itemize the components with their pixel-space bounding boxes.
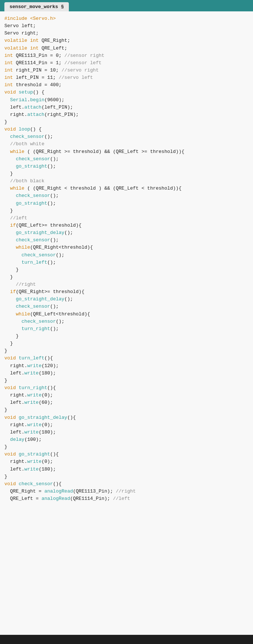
- code-token: ( (QRE_Right >= threshold) && (QRE_Left …: [25, 148, 185, 155]
- code-line: while(QRE_Right<threshold){: [0, 244, 253, 251]
- code-line: left.attach(left_PIN);: [0, 104, 253, 111]
- code-token: (0);: [41, 421, 53, 429]
- code-token: right_PIN = 10;: [13, 67, 62, 74]
- code-line: while ( (QRE_Right < threshold ) && (QRE…: [0, 185, 253, 192]
- code-token: turn_right: [19, 384, 47, 392]
- code-token: }: [4, 443, 7, 451]
- code-line: volatile int QRE_Right;: [0, 37, 253, 44]
- code-token: check_sensor: [22, 252, 56, 259]
- code-token: }: [4, 333, 19, 340]
- code-token: .: [27, 96, 30, 104]
- code-line: Servo left;: [0, 22, 253, 30]
- code-token: delay: [10, 436, 25, 443]
- code-token: //sensor left: [64, 59, 101, 67]
- code-token: (QRE1114_Pin);: [70, 495, 113, 502]
- code-token: check_sensor: [16, 237, 50, 244]
- code-token: write: [27, 392, 41, 399]
- code-token: [4, 133, 10, 140]
- code-line: go_straight_delay();: [0, 229, 253, 237]
- code-token: left.: [4, 429, 25, 436]
- code-token: volatile: [4, 37, 27, 44]
- code-token: QRE_Left =: [4, 495, 41, 502]
- code-token: write: [25, 399, 39, 406]
- code-line: go_straight_delay();: [0, 296, 253, 303]
- code-token: //both white: [10, 140, 45, 148]
- code-token: QRE_Right;: [39, 37, 70, 44]
- code-line: go_straight();: [0, 163, 253, 170]
- code-line: check_sensor();: [0, 155, 253, 163]
- code-line: //left: [0, 215, 253, 222]
- code-token: [4, 215, 10, 222]
- code-token: ();: [64, 229, 73, 237]
- code-token: [4, 303, 16, 310]
- code-token: (120);: [41, 362, 59, 370]
- code-token: (QRE1113_Pin);: [73, 488, 116, 495]
- tab-label: sensor_move_works §: [10, 4, 64, 10]
- code-token: void: [4, 89, 16, 96]
- code-token: while: [10, 148, 25, 155]
- code-line: }: [0, 443, 253, 451]
- code-line: int right_PIN = 10; //servo right: [0, 67, 253, 74]
- file-tab[interactable]: sensor_move_works §: [4, 2, 69, 11]
- code-token: }: [4, 340, 13, 347]
- code-token: left.: [4, 466, 25, 473]
- code-token: [4, 148, 10, 155]
- code-token: turn_left: [22, 259, 47, 266]
- code-token: int: [4, 67, 13, 74]
- code-token: go_straight: [16, 200, 47, 207]
- code-line: left.write(60);: [0, 399, 253, 406]
- code-token: (180);: [39, 370, 56, 377]
- code-token: [4, 252, 22, 259]
- code-line: int QRE1114_Pin = 1; //sensor left: [0, 59, 253, 67]
- code-token: ();: [56, 318, 64, 325]
- code-token: ();: [50, 155, 59, 163]
- code-token: while: [16, 244, 30, 251]
- code-line: delay(100);: [0, 436, 253, 443]
- code-line: }: [0, 377, 253, 384]
- code-line: while ( (QRE_Right >= threshold) && (QRE…: [0, 148, 253, 155]
- code-line: }: [0, 333, 253, 340]
- code-token: int: [4, 81, 13, 89]
- code-token: }: [4, 473, 7, 480]
- code-token: right.: [4, 458, 27, 465]
- code-token: analogRead: [44, 488, 73, 495]
- code-line: left.write(180);: [0, 370, 253, 377]
- code-line: }: [0, 406, 253, 414]
- code-token: QRE1113_Pin = 0;: [13, 52, 64, 59]
- code-token: //left: [10, 215, 27, 222]
- code-token: () {: [33, 89, 44, 96]
- code-token: [4, 259, 22, 266]
- code-token: [16, 480, 19, 488]
- code-line: void setup() {: [0, 89, 253, 96]
- code-line: QRE_Left = analogRead(QRE1114_Pin); //le…: [0, 495, 253, 502]
- code-token: ();: [47, 200, 56, 207]
- code-line: right.attach(right_PIN);: [0, 111, 253, 118]
- code-line: void go_straight_delay(){: [0, 414, 253, 421]
- code-token: while: [16, 311, 30, 318]
- code-token: (right_PIN);: [44, 111, 79, 118]
- code-token: ();: [50, 325, 59, 333]
- code-token: () {: [30, 126, 41, 133]
- code-token: QRE_Left;: [39, 45, 67, 52]
- code-token: #include <Servo.h>: [4, 15, 56, 22]
- code-token: //left: [113, 495, 130, 502]
- code-token: (){: [50, 451, 59, 458]
- code-token: volatile: [4, 45, 27, 52]
- code-token: if: [10, 288, 16, 296]
- code-token: turn_right: [22, 325, 50, 333]
- code-token: [4, 163, 16, 170]
- code-token: go_straight_delay: [16, 229, 64, 237]
- code-token: Servo right;: [4, 30, 39, 37]
- code-token: [4, 237, 16, 244]
- code-token: check_sensor: [16, 155, 50, 163]
- code-token: (left_PIN);: [41, 104, 73, 111]
- code-token: [4, 244, 16, 251]
- code-token: }: [4, 377, 7, 384]
- code-token: [16, 126, 19, 133]
- code-token: go_straight_delay: [16, 296, 64, 303]
- code-token: (QRE_Left>= threshold){: [16, 222, 81, 229]
- code-token: }: [4, 118, 7, 126]
- code-token: go_straight_delay: [19, 414, 67, 421]
- code-line: right.write(0);: [0, 392, 253, 399]
- code-line: go_straight();: [0, 200, 253, 207]
